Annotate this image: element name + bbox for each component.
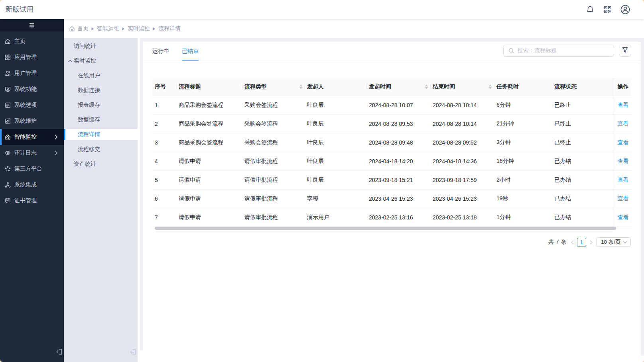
chevron-right-icon xyxy=(55,151,58,155)
breadcrumb-item-0[interactable]: 首页 xyxy=(77,25,89,32)
tab-finished[interactable]: 已结束 xyxy=(182,47,199,55)
column-header-1: 流程标题 xyxy=(177,78,242,96)
cell-duration: 3分钟 xyxy=(494,133,552,152)
cell-initiator: 叶良辰 xyxy=(305,152,367,170)
horizontal-scrollbar-thumb[interactable] xyxy=(155,227,616,230)
filter-button[interactable] xyxy=(619,45,631,57)
cell-action: 查看 xyxy=(613,208,631,227)
submenu-item-2[interactable]: 在线用户 xyxy=(64,68,138,83)
breadcrumb-item-1[interactable]: 智能运维 xyxy=(97,25,119,32)
submenu-item-label: 资产统计 xyxy=(74,160,96,168)
submenu-item-label: 在线用户 xyxy=(78,72,100,79)
column-header-8: 操作 xyxy=(613,78,631,96)
sidebar-item-appstore[interactable]: 应用管理 xyxy=(0,49,64,65)
sidebar-item-eye[interactable]: 审计日志 xyxy=(0,145,64,161)
top-header: 新版试用 xyxy=(0,0,644,19)
cell-end: 2024-08-28 10:14 xyxy=(431,114,494,133)
breadcrumb-item-3[interactable]: 流程详情 xyxy=(158,25,181,32)
sorter-icon xyxy=(425,84,428,89)
sidebar-item-user[interactable]: 用户管理 xyxy=(0,65,64,81)
column-header-label: 序号 xyxy=(155,83,166,90)
cell-status: 已终止 xyxy=(552,133,613,152)
sidebar-item-certificate[interactable]: 证书管理 xyxy=(0,193,64,209)
tab-running[interactable]: 运行中 xyxy=(152,47,169,55)
options-icon xyxy=(5,102,11,108)
sidebar-item-options[interactable]: 系统选项 xyxy=(0,97,64,113)
user-avatar[interactable] xyxy=(620,0,630,19)
cell-type: 请假审批流程 xyxy=(242,152,305,170)
submenu-item-6[interactable]: 流程详情 xyxy=(64,129,138,140)
sidebar-item-maintenance[interactable]: 系统维护 xyxy=(0,113,64,129)
column-header-4[interactable]: 发起时间 xyxy=(367,78,431,96)
submenu-scroll-gutter xyxy=(140,38,143,350)
table-row: 7请假申请请假审批流程演示用户2023-02-25 13:162023-02-2… xyxy=(153,208,631,227)
sidebar-item-integration[interactable]: 系统集成 xyxy=(0,177,64,193)
page-size-select[interactable]: 10 条/页 xyxy=(596,237,631,247)
cell-title: 商品采购会签流程 xyxy=(177,96,242,114)
page-number-1[interactable]: 1 xyxy=(577,238,586,247)
sidebar-item-label: 证书管理 xyxy=(14,197,37,204)
cell-no: 2 xyxy=(153,114,177,133)
submenu-item-4[interactable]: 报表缓存 xyxy=(64,98,138,112)
sidebar-item-label: 系统功能 xyxy=(14,86,37,93)
cell-action: 查看 xyxy=(613,189,631,208)
sidebar-item-label: 系统集成 xyxy=(14,181,37,188)
cell-start: 2024-04-18 14:20 xyxy=(367,152,431,170)
column-header-label: 流程类型 xyxy=(244,83,267,90)
cell-title: 商品采购会签流程 xyxy=(177,114,242,133)
search-input[interactable]: 搜索：流程标题 xyxy=(503,45,614,57)
sidebar-fold-icon[interactable] xyxy=(56,348,63,355)
submenu-item-label: 报表缓存 xyxy=(78,102,100,109)
submenu-item-label: 数据缓存 xyxy=(78,116,100,123)
page-scroll-gutter xyxy=(641,38,644,356)
view-link[interactable]: 查看 xyxy=(618,139,629,145)
cell-initiator: 李穆 xyxy=(305,189,367,208)
cell-end: 2024-08-28 09:52 xyxy=(431,133,494,152)
submenu-item-5[interactable]: 数据缓存 xyxy=(64,112,138,127)
sidebar-item-label: 智能监控 xyxy=(14,133,37,141)
sidebar-item-label: 系统维护 xyxy=(14,117,37,125)
cell-end: 2024-04-18 14:36 xyxy=(431,152,494,170)
view-link[interactable]: 查看 xyxy=(618,120,629,127)
breadcrumb-separator-icon xyxy=(91,27,94,31)
cell-type: 采购会签流程 xyxy=(242,133,305,152)
view-link[interactable]: 查看 xyxy=(618,158,629,164)
sidebar-collapse-toggle[interactable] xyxy=(0,19,64,31)
submenu-item-0[interactable]: 访问统计 xyxy=(64,39,138,53)
next-page-button[interactable] xyxy=(589,240,593,245)
cell-duration: 19秒 xyxy=(494,189,552,208)
view-link[interactable]: 查看 xyxy=(618,176,629,183)
sidebar-item-monitor[interactable]: 系统功能 xyxy=(0,81,64,97)
submenu-item-label: 访问统计 xyxy=(74,43,96,50)
cell-duration: 1分钟 xyxy=(494,208,552,227)
main-content: 运行中 已结束 搜索：流程标题 序号流程标题流程类型发起人发起时间结束时间任务耗… xyxy=(138,38,644,362)
submenu-fold-icon[interactable] xyxy=(130,349,641,356)
cell-action: 查看 xyxy=(613,152,631,170)
secondary-sidebar: 访问统计实时监控在线用户数据连接报表缓存数据缓存流程详情流程移交资产统计 xyxy=(64,38,138,362)
submenu-item-8[interactable]: 资产统计 xyxy=(64,157,138,171)
view-link[interactable]: 查看 xyxy=(618,102,629,108)
breadcrumb-separator-icon xyxy=(153,27,156,31)
view-link[interactable]: 查看 xyxy=(618,195,629,202)
view-link[interactable]: 查看 xyxy=(618,214,629,220)
content-card-top-gap xyxy=(140,38,644,42)
cell-status: 已办结 xyxy=(552,152,613,170)
tabbar-border xyxy=(143,61,641,61)
submenu-item-3[interactable]: 数据连接 xyxy=(64,83,138,98)
integration-icon xyxy=(5,182,11,188)
sidebar-item-third-party[interactable]: 第三方平台 xyxy=(0,161,64,177)
table-row: 4请假申请请假审批流程叶良辰2024-04-18 14:202024-04-18… xyxy=(153,152,631,170)
column-header-label: 发起人 xyxy=(307,83,324,90)
breadcrumb-item-2[interactable]: 实时监控 xyxy=(128,25,150,32)
notification-bell-icon[interactable] xyxy=(586,0,595,19)
qr-code-icon[interactable] xyxy=(604,0,612,19)
column-header-2[interactable]: 流程类型 xyxy=(242,78,305,96)
pagination: 共 7 条 1 10 条/页 xyxy=(548,237,631,247)
cell-status: 已办结 xyxy=(552,170,613,189)
column-header-5[interactable]: 结束时间 xyxy=(431,78,494,96)
sidebar-item-home[interactable]: 主页 xyxy=(0,33,64,49)
submenu-item-1[interactable]: 实时监控 xyxy=(64,53,138,68)
prev-page-button[interactable] xyxy=(570,240,575,245)
submenu-item-7[interactable]: 流程移交 xyxy=(64,142,138,157)
sidebar-item-smart-monitor[interactable]: 智能监控 xyxy=(0,129,64,145)
